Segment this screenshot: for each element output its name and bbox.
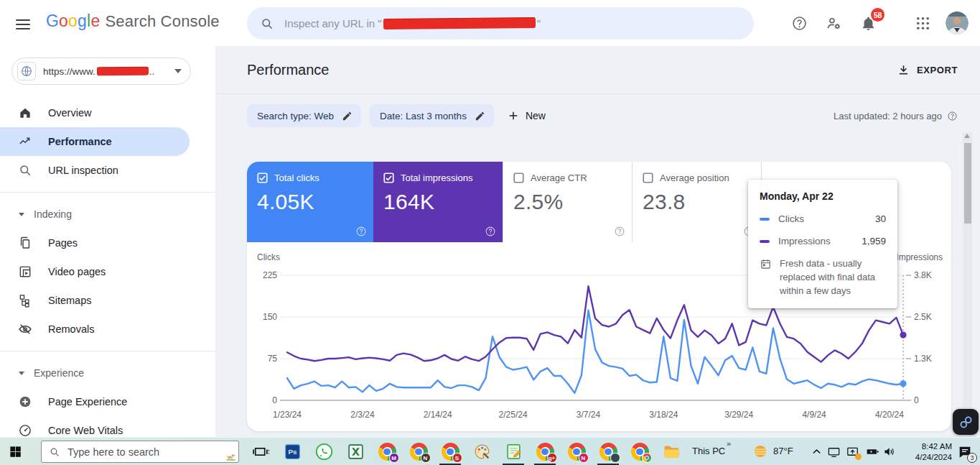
whatsapp-icon <box>315 443 333 461</box>
scroll-up-arrow-icon[interactable] <box>964 134 970 138</box>
this-pc-label[interactable]: This PC <box>692 446 725 456</box>
metric-card-average-ctr[interactable]: Average CTR2.5% <box>503 162 632 242</box>
notifications-button[interactable]: 58 <box>855 10 881 36</box>
notification-count-badge: 58 <box>871 8 885 22</box>
checkbox-unchecked-icon[interactable] <box>513 172 524 183</box>
taskbar-app-paint[interactable] <box>466 438 498 465</box>
taskbar-app-chrome-profile-m[interactable]: M <box>371 438 403 465</box>
svg-text:2/25/24: 2/25/24 <box>499 410 528 420</box>
screen: GoogleSearch Console Inspect any URL in … <box>0 0 980 465</box>
sidebar-item-label: Page Experience <box>48 396 127 408</box>
sidebar-item-removals[interactable]: Removals <box>0 315 215 344</box>
tooltip-date: Monday, Apr 22 <box>760 190 886 202</box>
pencil-icon <box>475 111 485 121</box>
svg-text:75: 75 <box>268 354 278 364</box>
filter-bar: Search type: WebDate: Last 3 months New … <box>247 104 958 127</box>
video-pages-icon <box>18 264 32 279</box>
checkbox-checked-icon[interactable] <box>383 172 394 183</box>
weather-temperature[interactable]: 87°F <box>773 446 793 456</box>
link-icon <box>958 415 974 430</box>
link-extension-button[interactable] <box>953 409 979 435</box>
chip-label: Search type: Web <box>257 111 334 121</box>
sidebar-item-pages[interactable]: Pages <box>0 229 215 257</box>
help-icon[interactable] <box>614 226 625 237</box>
sidebar-item-sitemaps[interactable]: Sitemaps <box>0 286 215 315</box>
hamburger-menu-icon[interactable] <box>14 16 32 30</box>
sidebar-item-label: Sitemaps <box>48 295 91 306</box>
svg-text:4/20/24: 4/20/24 <box>875 410 904 420</box>
sidebar-item-label: Removals <box>48 323 94 335</box>
metric-card-total-impressions[interactable]: Total impressions164K <box>373 162 503 242</box>
taskbar-app-chrome-profile-photo[interactable] <box>592 438 624 465</box>
weather-sun-icon[interactable] <box>752 443 768 459</box>
tray-display-icon[interactable] <box>827 445 841 459</box>
page-title: Performance <box>247 62 330 78</box>
svg-text:3.8K: 3.8K <box>914 270 932 280</box>
taskbar-app-chrome-profile-n2[interactable]: N <box>561 438 592 465</box>
tray-chevron-up-icon[interactable] <box>810 445 823 459</box>
taskbar-clock[interactable]: 8:42 AM 4/24/2024 <box>900 441 952 463</box>
checkbox-unchecked-icon[interactable] <box>643 172 653 183</box>
taskbar-app-excel[interactable] <box>340 438 371 465</box>
chrome-icon: S <box>442 443 459 461</box>
series-color-dash <box>760 240 770 243</box>
taskbar-overflow-chevron[interactable]: » <box>727 439 730 448</box>
taskbar-app-photoshop[interactable]: Ps <box>276 438 308 465</box>
sidebar-item-label: Core Web Vitals <box>48 425 123 436</box>
metric-label: Total impressions <box>401 172 472 183</box>
performance-icon <box>18 134 32 149</box>
taskbar-app-chrome-profile-g[interactable]: g+ <box>529 438 561 465</box>
taskbar-app-chrome-profile-default[interactable] <box>624 438 655 465</box>
sidebar-section-indexing[interactable]: Indexing <box>0 200 215 229</box>
taskbar-app-kate[interactable] <box>498 438 529 465</box>
vertical-scrollbar[interactable] <box>963 132 972 434</box>
core-web-vitals-icon <box>18 423 32 438</box>
start-button[interactable] <box>9 445 22 459</box>
scrollbar-thumb[interactable] <box>964 143 971 224</box>
taskbar-search-box[interactable]: Type here to search <box>41 441 239 463</box>
taskbar-app-task-view[interactable] <box>245 438 276 465</box>
metric-value: 4.05K <box>257 190 363 214</box>
checkbox-checked-icon[interactable] <box>257 172 268 183</box>
action-center-button[interactable]: 3 <box>957 444 973 460</box>
help-icon[interactable] <box>355 226 367 237</box>
chrome-icon: N <box>568 443 586 461</box>
taskbar-app-file-explorer[interactable] <box>655 438 687 465</box>
section-label: Experience <box>34 367 84 379</box>
windows-taskbar: Type here to search PsMNSg+N » This PC 8… <box>0 437 980 465</box>
sidebar-item-page-experience[interactable]: Page Experience <box>0 387 215 416</box>
help-icon[interactable] <box>485 226 496 237</box>
metric-label: Average position <box>660 172 729 183</box>
taskbar-app-whatsapp[interactable] <box>308 438 340 465</box>
top-app-bar: GoogleSearch Console Inspect any URL in … <box>0 0 980 46</box>
svg-text:3/7/24: 3/7/24 <box>577 410 601 420</box>
filter-chip-search-type[interactable]: Search type: Web <box>247 104 361 127</box>
filter-chip-date[interactable]: Date: Last 3 months <box>370 104 494 127</box>
property-selector[interactable]: https://www... <box>11 57 191 85</box>
sidebar-item-url-inspection[interactable]: URL inspection <box>0 156 215 185</box>
new-filter-button[interactable]: New <box>507 109 546 122</box>
metric-card-total-clicks[interactable]: Total clicks4.05K <box>247 162 373 242</box>
tray-battery-icon[interactable] <box>866 445 879 459</box>
metric-card-average-position[interactable]: Average position23.8 <box>632 162 761 242</box>
chevron-down-icon <box>174 69 182 73</box>
profile-badge <box>610 453 620 463</box>
sidebar-item-video-pages[interactable]: Video pages <box>0 257 215 286</box>
user-settings-button[interactable] <box>821 10 846 36</box>
url-inspect-search-bar[interactable]: Inspect any URL in "" <box>247 7 754 40</box>
help-button[interactable] <box>786 10 812 36</box>
help-icon[interactable] <box>947 111 958 121</box>
tray-volume-icon[interactable] <box>883 445 897 459</box>
sidebar-item-performance[interactable]: Performance <box>0 127 190 156</box>
export-button[interactable]: EXPORT <box>897 63 958 77</box>
svg-text:150: 150 <box>263 312 277 322</box>
sidebar-section-experience[interactable]: Experience <box>0 359 215 387</box>
google-apps-button[interactable] <box>910 10 935 36</box>
account-avatar[interactable] <box>944 10 970 36</box>
taskbar-app-chrome-profile-n[interactable]: N <box>403 438 434 465</box>
tray-screenshare-icon[interactable] <box>846 445 859 459</box>
chart-tooltip: Monday, Apr 22 Clicks30Impressions1,959 … <box>748 180 897 308</box>
taskbar-app-chrome-profile-s[interactable]: S <box>434 438 466 465</box>
sidebar-item-overview[interactable]: Overview <box>0 98 215 127</box>
svg-text:1/23/24: 1/23/24 <box>273 410 302 420</box>
